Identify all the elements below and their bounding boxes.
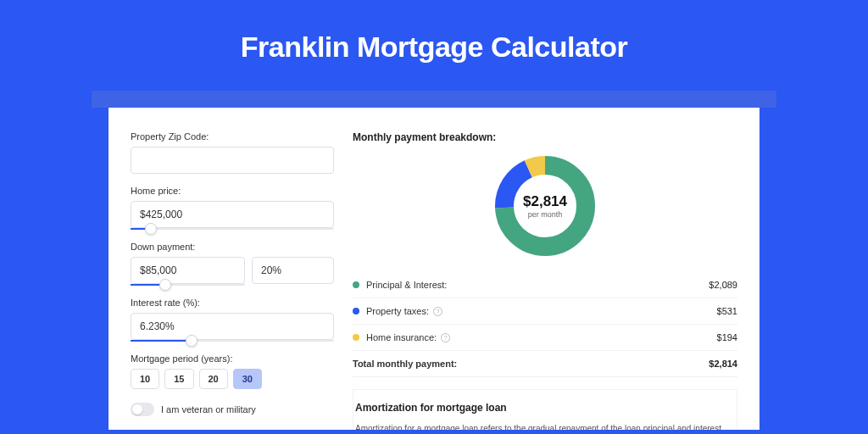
slider-thumb[interactable]	[145, 223, 157, 235]
zip-input[interactable]	[131, 147, 334, 174]
total-value: $2,814	[709, 359, 737, 369]
period-options: 10 15 20 30	[131, 369, 334, 389]
legend-dot-icon	[353, 281, 359, 288]
down-payment-amount-input[interactable]	[131, 257, 245, 284]
veteran-label: I am veteran or military	[161, 404, 256, 415]
zip-field: Property Zip Code:	[131, 131, 334, 174]
down-payment-label: Down payment:	[131, 242, 334, 252]
form-column: Property Zip Code: Home price: Down paym…	[131, 131, 334, 430]
help-icon[interactable]: ?	[441, 333, 450, 342]
donut-chart: $2,814 per month	[494, 155, 596, 257]
home-price-label: Home price:	[131, 186, 334, 196]
down-payment-field: Down payment:	[131, 242, 334, 286]
legend-dot-icon	[353, 334, 359, 341]
veteran-toggle[interactable]	[131, 403, 154, 416]
page-title: Franklin Mortgage Calculator	[0, 0, 868, 91]
period-option-30[interactable]: 30	[233, 369, 262, 389]
home-price-slider[interactable]	[131, 228, 334, 230]
home-price-field: Home price:	[131, 186, 334, 230]
total-label: Total monthly payment:	[353, 359, 457, 369]
period-option-20[interactable]: 20	[199, 369, 228, 389]
legend-row-property-taxes: Property taxes: ? $531	[353, 298, 737, 325]
legend-value: $531	[717, 306, 737, 316]
slider-thumb[interactable]	[186, 335, 198, 347]
legend-row-home-insurance: Home insurance: ? $194	[353, 325, 737, 351]
calculator-panel: Property Zip Code: Home price: Down paym…	[108, 108, 760, 430]
legend-row-total: Total monthly payment: $2,814	[353, 351, 737, 377]
legend-row-principal-interest: Principal & Interest: $2,089	[353, 272, 737, 298]
interest-rate-field: Interest rate (%):	[131, 298, 334, 342]
legend-label: Property taxes:	[366, 306, 429, 316]
amortization-section: Amortization for mortgage loan Amortizat…	[353, 389, 737, 430]
slider-thumb[interactable]	[159, 279, 171, 291]
veteran-row: I am veteran or military	[131, 403, 334, 416]
interest-rate-slider[interactable]	[131, 340, 334, 342]
legend-label: Principal & Interest:	[366, 280, 447, 290]
legend-value: $194	[717, 332, 737, 342]
interest-rate-input[interactable]	[131, 313, 334, 340]
home-price-input[interactable]	[131, 201, 334, 228]
amortization-title: Amortization for mortgage loan	[355, 402, 735, 414]
donut-wrap: $2,814 per month	[353, 155, 737, 257]
period-option-10[interactable]: 10	[131, 369, 159, 389]
toggle-knob	[132, 404, 142, 415]
breakdown-heading: Monthly payment breakdown:	[353, 131, 737, 143]
breakdown-column: Monthly payment breakdown: $2,814 per mo…	[353, 131, 737, 430]
legend-dot-icon	[353, 308, 359, 314]
down-payment-slider[interactable]	[131, 284, 245, 286]
period-label: Mortgage period (years):	[131, 353, 334, 364]
panel-shadow	[92, 91, 776, 108]
help-icon[interactable]: ?	[433, 307, 442, 316]
down-payment-pct-input[interactable]	[252, 257, 334, 284]
donut-total: $2,814	[523, 193, 567, 210]
legend-value: $2,089	[709, 280, 737, 290]
legend-label: Home insurance:	[366, 332, 437, 342]
zip-label: Property Zip Code:	[131, 131, 334, 142]
period-field: Mortgage period (years): 10 15 20 30	[131, 353, 334, 389]
donut-sublabel: per month	[528, 210, 563, 219]
interest-rate-label: Interest rate (%):	[131, 298, 334, 308]
period-option-15[interactable]: 15	[164, 369, 193, 389]
amortization-text: Amortization for a mortgage loan refers …	[355, 422, 735, 430]
